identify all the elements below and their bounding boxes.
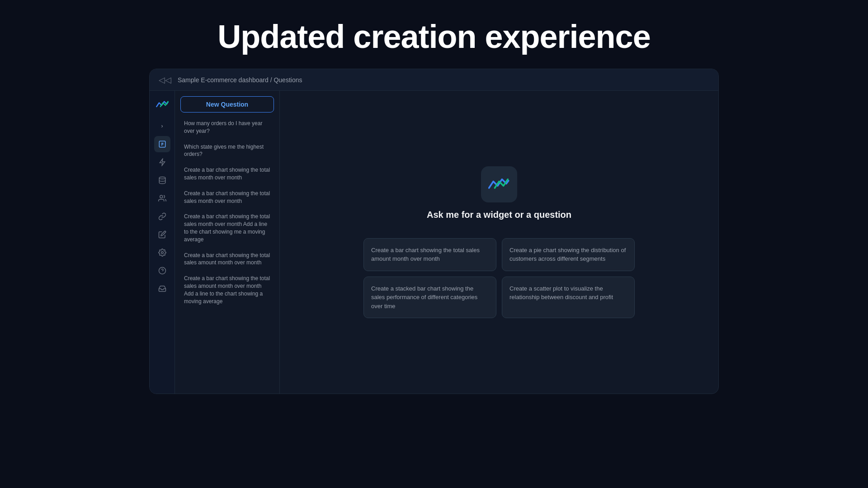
- question-item[interactable]: Create a bar chart showing the total sal…: [180, 163, 274, 185]
- new-question-button[interactable]: New Question: [180, 96, 274, 113]
- sidebar-inbox-icon[interactable]: [154, 281, 170, 297]
- suggestion-card-2[interactable]: Create a pie chart showing the distribut…: [502, 238, 635, 271]
- svg-point-4: [159, 177, 165, 179]
- question-item[interactable]: Create a bar chart showing the total sal…: [180, 248, 274, 271]
- question-item[interactable]: Create a bar chart showing the total sal…: [180, 209, 274, 247]
- question-item[interactable]: How many orders do I have year over year…: [180, 116, 274, 139]
- suggestion-card-3[interactable]: Create a stacked bar chart showing the s…: [363, 277, 496, 319]
- sidebar-edit-icon[interactable]: [154, 226, 170, 243]
- page-title: Updated creation experience: [0, 0, 868, 69]
- top-bar: ◁◁ Sample E-commerce dashboard / Questio…: [150, 69, 718, 91]
- center-logo-area: Ask me for a widget or a question: [427, 166, 571, 220]
- sidebar-questions-icon[interactable]: [154, 136, 170, 152]
- sidebar-people-icon[interactable]: [154, 190, 170, 206]
- question-item[interactable]: Create a bar chart showing the total sal…: [180, 271, 274, 309]
- ask-prompt: Ask me for a widget or a question: [427, 210, 571, 220]
- suggestions-grid: Create a bar chart showing the total sal…: [363, 238, 635, 319]
- sidebar-lightning-icon[interactable]: [154, 154, 170, 170]
- svg-point-5: [160, 195, 162, 198]
- suggestion-card-4[interactable]: Create a scatter plot to visualize the r…: [502, 277, 635, 319]
- breadcrumb: Sample E-commerce dashboard / Questions: [178, 76, 302, 84]
- suggestion-card-1[interactable]: Create a bar chart showing the total sal…: [363, 238, 496, 271]
- app-logo: [154, 96, 170, 113]
- question-item[interactable]: Which state gives me the highest orders?: [180, 140, 274, 162]
- sidebar-link-icon[interactable]: [154, 208, 170, 225]
- sidebar-help-icon[interactable]: [154, 263, 170, 279]
- main-content: Ask me for a widget or a question Create…: [280, 91, 718, 394]
- questions-list: How many orders do I have year over year…: [180, 116, 274, 309]
- sidebar-database-icon[interactable]: [154, 172, 170, 188]
- icon-sidebar: ›: [150, 91, 175, 394]
- app-container: ◁◁ Sample E-commerce dashboard / Questio…: [149, 69, 719, 394]
- sidebar-settings-icon[interactable]: [154, 244, 170, 261]
- svg-point-6: [161, 252, 163, 254]
- main-layout: ›: [150, 91, 718, 394]
- questions-panel: New Question How many orders do I have y…: [175, 91, 280, 394]
- back-icon[interactable]: ◁◁: [157, 73, 173, 87]
- sidebar-expand-icon[interactable]: ›: [154, 118, 170, 134]
- question-item[interactable]: Create a bar chart showing the total sal…: [180, 186, 274, 209]
- center-logo-box: [481, 166, 517, 202]
